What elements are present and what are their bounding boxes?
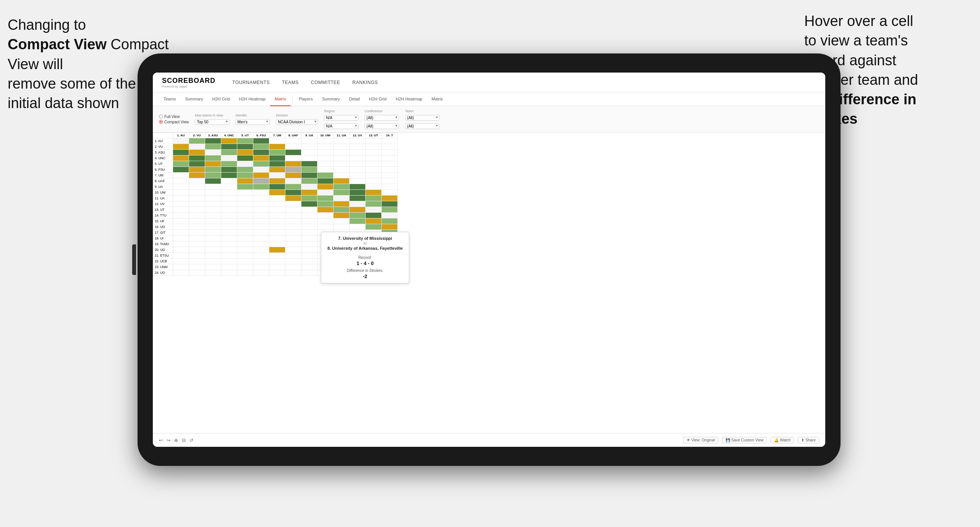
matrix-cell[interactable] — [189, 150, 205, 155]
matrix-cell[interactable] — [205, 247, 221, 253]
matrix-cell[interactable] — [334, 150, 350, 155]
matrix-cell[interactable] — [189, 138, 205, 144]
matrix-cell[interactable] — [366, 155, 382, 161]
matrix-cell[interactable] — [253, 241, 269, 247]
share-button[interactable]: ⬆ Share — [798, 437, 819, 443]
matrix-cell[interactable] — [237, 161, 253, 167]
matrix-cell[interactable] — [221, 190, 237, 196]
matrix-cell[interactable] — [221, 247, 237, 253]
matrix-cell[interactable] — [221, 178, 237, 184]
matrix-cell[interactable] — [334, 196, 350, 201]
matrix-cell[interactable] — [350, 196, 366, 201]
matrix-cell[interactable] — [350, 173, 366, 178]
filter-gender-select[interactable]: Men's — [235, 119, 270, 125]
matrix-cell[interactable] — [350, 218, 366, 224]
filter-team-select[interactable]: (All) — [405, 115, 439, 121]
filter-division-select[interactable]: NCAA Division I — [276, 119, 318, 125]
matrix-cell[interactable] — [269, 264, 285, 270]
matrix-cell[interactable] — [382, 173, 398, 178]
matrix-cell[interactable] — [285, 155, 301, 161]
matrix-cell[interactable] — [269, 161, 285, 167]
matrix-cell[interactable] — [285, 196, 301, 201]
matrix-cell[interactable] — [317, 201, 334, 207]
filter-region-select[interactable]: N/A — [324, 115, 358, 121]
matrix-cell[interactable] — [173, 155, 189, 161]
matrix-cell[interactable] — [221, 253, 237, 259]
matrix-cell[interactable] — [253, 201, 269, 207]
matrix-cell[interactable] — [253, 161, 269, 167]
filter-maxteams-select[interactable]: Top 50 — [195, 119, 229, 125]
matrix-cell[interactable] — [237, 207, 253, 213]
matrix-cell[interactable] — [301, 155, 317, 161]
subnav-teams[interactable]: Teams — [159, 92, 180, 106]
matrix-cell[interactable] — [366, 201, 382, 207]
matrix-cell[interactable] — [285, 178, 301, 184]
matrix-cell[interactable] — [173, 201, 189, 207]
matrix-cell[interactable] — [350, 213, 366, 218]
nav-rankings[interactable]: RANKINGS — [352, 80, 378, 85]
matrix-cell[interactable] — [285, 241, 301, 247]
matrix-cell[interactable] — [301, 161, 317, 167]
matrix-cell[interactable] — [173, 144, 189, 150]
matrix-cell[interactable] — [334, 144, 350, 150]
matrix-cell[interactable] — [285, 207, 301, 213]
matrix-cell[interactable] — [189, 218, 205, 224]
matrix-cell[interactable] — [350, 144, 366, 150]
matrix-cell[interactable] — [382, 155, 398, 161]
matrix-cell[interactable] — [189, 230, 205, 236]
matrix-cell[interactable] — [382, 150, 398, 155]
matrix-cell[interactable] — [237, 230, 253, 236]
matrix-cell[interactable] — [269, 270, 285, 276]
matrix-cell[interactable] — [173, 213, 189, 218]
matrix-cell[interactable] — [285, 270, 301, 276]
matrix-cell[interactable] — [253, 190, 269, 196]
matrix-cell[interactable] — [317, 161, 334, 167]
matrix-cell[interactable] — [205, 178, 221, 184]
matrix-cell[interactable] — [269, 138, 285, 144]
matrix-cell[interactable] — [350, 178, 366, 184]
matrix-cell[interactable] — [301, 178, 317, 184]
matrix-cell[interactable] — [253, 264, 269, 270]
matrix-cell[interactable] — [205, 236, 221, 241]
nav-tournaments[interactable]: TOURNAMENTS — [232, 80, 270, 85]
matrix-cell[interactable] — [350, 224, 366, 230]
matrix-cell[interactable] — [301, 253, 317, 259]
matrix-cell[interactable] — [269, 155, 285, 161]
matrix-cell[interactable] — [189, 213, 205, 218]
filter-conference-select2[interactable]: (All) — [364, 123, 399, 129]
matrix-cell[interactable] — [317, 207, 334, 213]
matrix-cell[interactable] — [269, 144, 285, 150]
matrix-cell[interactable] — [253, 213, 269, 218]
matrix-cell[interactable] — [269, 167, 285, 173]
matrix-cell[interactable] — [237, 178, 253, 184]
matrix-cell[interactable] — [269, 184, 285, 190]
matrix-cell[interactable] — [253, 230, 269, 236]
matrix-cell[interactable] — [334, 213, 350, 218]
matrix-cell[interactable] — [205, 150, 221, 155]
matrix-cell[interactable] — [269, 150, 285, 155]
matrix-cell[interactable] — [350, 138, 366, 144]
subnav-players-summary[interactable]: Summary — [317, 92, 345, 106]
redo-icon[interactable]: ↪ — [167, 438, 170, 443]
matrix-cell[interactable] — [189, 241, 205, 247]
reset-icon[interactable]: ↺ — [190, 438, 193, 443]
matrix-cell[interactable] — [366, 173, 382, 178]
matrix-cell[interactable] — [205, 270, 221, 276]
matrix-cell[interactable] — [382, 218, 398, 224]
matrix-cell[interactable] — [285, 138, 301, 144]
matrix-cell[interactable] — [285, 213, 301, 218]
matrix-cell[interactable] — [317, 178, 334, 184]
matrix-cell[interactable] — [317, 138, 334, 144]
matrix-cell[interactable] — [382, 207, 398, 213]
matrix-cell[interactable] — [173, 190, 189, 196]
matrix-cell[interactable] — [317, 190, 334, 196]
matrix-cell[interactable] — [221, 161, 237, 167]
matrix-cell[interactable] — [366, 178, 382, 184]
view-original-button[interactable]: 👁 View: Original — [683, 437, 719, 443]
matrix-cell[interactable] — [366, 196, 382, 201]
matrix-cell[interactable] — [350, 190, 366, 196]
matrix-cell[interactable] — [237, 213, 253, 218]
matrix-cell[interactable] — [173, 138, 189, 144]
matrix-cell[interactable] — [253, 207, 269, 213]
matrix-cell[interactable] — [285, 253, 301, 259]
